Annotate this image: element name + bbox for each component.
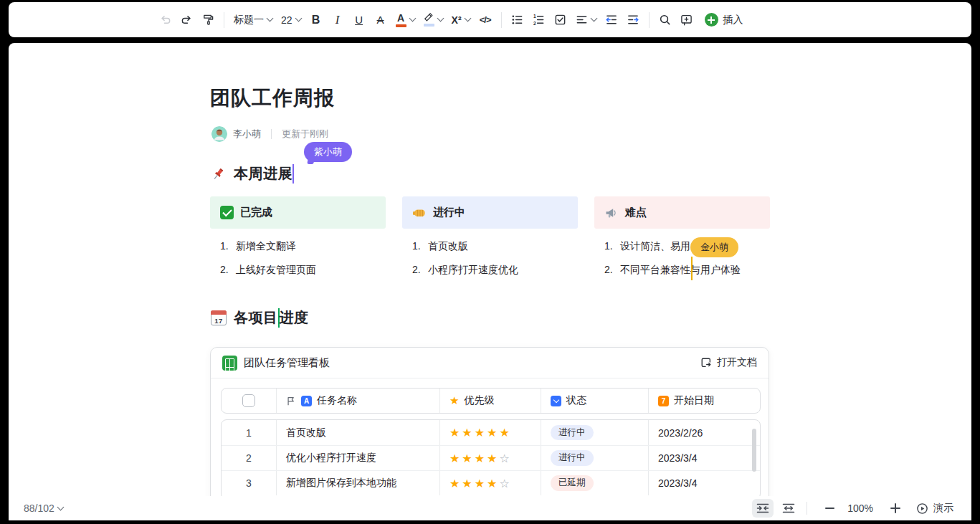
- fist-icon: [412, 206, 427, 220]
- bullet-list-icon: [511, 14, 523, 26]
- minus-icon: [825, 508, 834, 509]
- underline-button[interactable]: U: [349, 9, 369, 31]
- priority-cell[interactable]: ★★★★☆: [439, 471, 541, 495]
- table-row[interactable]: 2 优化小程序打开速度 ★★★★☆ 进行中 2023/3/4: [222, 445, 760, 470]
- undo-button[interactable]: [155, 9, 175, 31]
- status-cell[interactable]: 已延期: [541, 471, 648, 495]
- list-item[interactable]: 1. 新增全文翻译: [220, 239, 386, 253]
- superscript-dropdown[interactable]: X²: [448, 9, 474, 31]
- svg-text:2: 2: [533, 21, 536, 26]
- inline-code-button[interactable]: </>: [475, 9, 495, 31]
- font-size-dropdown[interactable]: 22: [277, 9, 305, 31]
- column-header-priority[interactable]: ★ 优先级: [439, 389, 541, 413]
- list-item[interactable]: 2. 不同平台兼容性与用户体验: [604, 262, 781, 277]
- spreadsheet-icon: [222, 356, 237, 371]
- avatar-person-icon: [211, 126, 227, 142]
- insert-button[interactable]: 插入: [705, 13, 743, 27]
- page-indicator-dropdown[interactable]: 88/102: [24, 502, 63, 514]
- svg-text:1: 1: [533, 14, 536, 19]
- italic-button[interactable]: I: [328, 9, 348, 31]
- highlight-color-dropdown[interactable]: [420, 9, 447, 31]
- column-header-status[interactable]: 状态: [541, 389, 648, 413]
- calendar-icon: 17: [211, 310, 227, 325]
- checkbox-list-button[interactable]: [551, 9, 571, 31]
- card-done-title: 已完成: [240, 206, 272, 219]
- toolbar-divider: [224, 12, 224, 28]
- open-document-link[interactable]: 打开文档: [700, 356, 757, 369]
- select-all-cell: [222, 389, 276, 413]
- status-badge[interactable]: 进行中: [551, 425, 594, 441]
- status-cell[interactable]: 进行中: [541, 446, 648, 470]
- document-title[interactable]: 团队工作周报: [210, 85, 335, 112]
- zoom-level[interactable]: 100%: [847, 502, 873, 514]
- chevron-down-icon: [409, 15, 416, 22]
- indent-button[interactable]: [623, 9, 643, 31]
- start-date-cell[interactable]: 2023/3/4: [648, 471, 760, 495]
- section-heading-weekly-progress[interactable]: 本周进展: [211, 164, 294, 184]
- list-item[interactable]: 2. 上线好友管理页面: [220, 262, 386, 277]
- checkbox-list-icon: [554, 14, 566, 26]
- table-row[interactable]: 1 首页改版 ★★★★★ 进行中 2023/2/26: [222, 420, 760, 445]
- comment-icon: [680, 14, 693, 26]
- list-item[interactable]: 2. 小程序打开速度优化: [412, 262, 578, 277]
- page-width-narrow-button[interactable]: [752, 499, 774, 518]
- format-painter-button[interactable]: [198, 9, 218, 31]
- card-difficulties[interactable]: 难点: [594, 196, 770, 229]
- priority-stars[interactable]: ★★★★☆: [449, 452, 512, 465]
- priority-cell[interactable]: ★★★★★: [439, 420, 541, 445]
- open-document-label: 打开文档: [717, 356, 757, 369]
- bold-button[interactable]: B: [306, 9, 326, 31]
- priority-stars[interactable]: ★★★★☆: [449, 477, 512, 490]
- bullet-list-button[interactable]: [508, 9, 528, 31]
- chevron-down-icon: [590, 15, 597, 22]
- task-name-cell[interactable]: 首页改版: [276, 420, 439, 445]
- list-text: 上线好友管理页面: [236, 262, 316, 277]
- status-badge[interactable]: 进行中: [551, 450, 594, 466]
- present-button[interactable]: 演示: [916, 502, 953, 515]
- priority-stars[interactable]: ★★★★★: [449, 426, 512, 439]
- priority-cell[interactable]: ★★★★☆: [439, 446, 541, 470]
- author-avatar[interactable]: [211, 126, 227, 142]
- embedded-board-card: 团队任务管理看板 打开文档: [210, 347, 769, 520]
- row-number: 1: [222, 420, 276, 445]
- section-title-part-a: 各项目: [234, 308, 278, 328]
- zoom-in-button[interactable]: [885, 499, 906, 518]
- star-icon: ★: [449, 394, 459, 407]
- list-text: 首页改版: [428, 239, 468, 253]
- start-date-cell[interactable]: 2023/2/26: [648, 420, 760, 445]
- document-canvas[interactable]: 团队工作周报 李小萌 更新于刚刚 紫小萌 本周进展: [9, 43, 971, 520]
- column-header-date[interactable]: 7 开始日期: [648, 389, 760, 413]
- alignment-dropdown[interactable]: [572, 9, 600, 31]
- redo-button[interactable]: [176, 9, 196, 31]
- card-done[interactable]: 已完成: [210, 196, 386, 229]
- author-name[interactable]: 李小萌: [233, 128, 261, 140]
- search-button[interactable]: [655, 9, 675, 31]
- strikethrough-button[interactable]: A: [371, 9, 391, 31]
- select-all-checkbox[interactable]: [242, 394, 255, 407]
- task-name-cell[interactable]: 优化小程序打开速度: [276, 446, 439, 470]
- font-color-dropdown[interactable]: A: [392, 9, 419, 31]
- start-date-cell[interactable]: 2023/3/4: [648, 446, 760, 470]
- card-in-progress[interactable]: 进行中: [402, 196, 578, 229]
- chevron-down-icon: [267, 15, 274, 22]
- chevron-down-icon: [295, 15, 302, 22]
- numbered-list-icon: 12: [533, 14, 545, 26]
- task-name-cell[interactable]: 新增图片保存到本地功能: [276, 471, 439, 495]
- column-header-task[interactable]: A 任务名称: [276, 389, 439, 413]
- outdent-button[interactable]: [601, 9, 622, 31]
- comment-button[interactable]: [677, 9, 697, 31]
- heading-style-dropdown[interactable]: 标题一: [230, 9, 276, 31]
- numbered-list-button[interactable]: 12: [529, 9, 549, 31]
- status-badge[interactable]: 已延期: [551, 475, 594, 491]
- status-cell[interactable]: 进行中: [541, 420, 648, 445]
- page-width-full-button[interactable]: [778, 499, 799, 518]
- table-row[interactable]: 3 新增图片保存到本地功能 ★★★★☆ 已延期 2023/3/4: [222, 470, 760, 495]
- list-item[interactable]: 1. 首页改版: [412, 239, 578, 253]
- table-scrollbar[interactable]: [752, 429, 756, 472]
- search-icon: [659, 14, 671, 26]
- zoom-out-button[interactable]: [819, 499, 840, 518]
- list-number: 2.: [412, 262, 428, 277]
- column-header-label: 状态: [566, 394, 586, 407]
- app-window: 标题一 22 B I U A A X² </>: [0, 0, 980, 524]
- section-heading-project-progress[interactable]: 17 各项目 进度: [211, 308, 309, 328]
